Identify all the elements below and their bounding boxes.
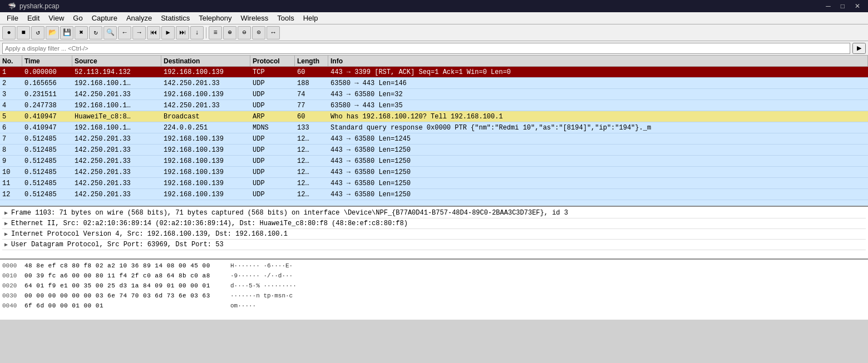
packet-rows: 10.00000052.113.194.132192.168.100.139TC…: [0, 67, 868, 200]
toolbar-btn-zoom-in[interactable]: ⊕: [223, 26, 236, 39]
menu-item-view[interactable]: View: [44, 13, 68, 23]
packet-cell-source: 142.250.201.33: [72, 135, 161, 143]
hex-row: 003000 00 00 00 00 00 03 6e 74 70 03 6d …: [2, 291, 866, 301]
hex-offset: 0000: [2, 262, 24, 269]
hex-ascii: H······· ·6····E·: [230, 262, 866, 269]
detail-row[interactable]: ▶ User Datagram Protocol, Src Port: 6396…: [2, 240, 866, 250]
menu-item-go[interactable]: Go: [68, 13, 87, 23]
packet-cell-protocol: ARP: [250, 113, 295, 121]
hex-offset: 0010: [2, 272, 24, 279]
packet-cell-time: 0.165656: [22, 79, 72, 87]
toolbar-btn-back[interactable]: ←: [118, 26, 131, 39]
packet-cell-length: 60: [295, 68, 328, 76]
packet-row[interactable]: 100.512485142.250.201.33192.168.100.139U…: [0, 167, 868, 178]
detail-row[interactable]: ▶ Ethernet II, Src: 02:a2:10:36:89:14 (0…: [2, 218, 866, 229]
column-header-no.[interactable]: No.: [0, 56, 22, 66]
packet-cell-length: 188: [295, 79, 328, 87]
packet-row[interactable]: 40.247738192.168.100.1…142.250.201.33UDP…: [0, 100, 868, 111]
packet-cell-destination: 192.168.100.139: [161, 168, 250, 176]
menu-item-edit[interactable]: Edit: [23, 13, 44, 23]
menu-item-wireless[interactable]: Wireless: [236, 13, 273, 23]
packet-row[interactable]: 20.165656192.168.100.1…142.250.201.33UDP…: [0, 78, 868, 89]
packet-cell-source: 192.168.100.1…: [72, 79, 161, 87]
packet-row[interactable]: 110.512485142.250.201.33192.168.100.139U…: [0, 178, 868, 189]
packet-row[interactable]: 50.410947HuaweiTe_c8:8…BroadcastARP60Who…: [0, 111, 868, 122]
column-header-protocol[interactable]: Protocol: [250, 56, 295, 66]
toolbar-btn-last[interactable]: ⏭: [176, 26, 189, 39]
toolbar-btn-coloring[interactable]: ≡: [209, 26, 222, 39]
packet-row[interactable]: 70.512485142.250.201.33192.168.100.139UD…: [0, 133, 868, 145]
packet-cell-time: 0.231511: [22, 91, 72, 98]
packet-row[interactable]: 90.512485142.250.201.33192.168.100.139UD…: [0, 156, 868, 167]
packet-cell-length: 12…: [295, 180, 328, 187]
title-bar: 🦈 pyshark.pcap ─ □ ✕: [0, 0, 868, 12]
packet-cell-destination: 192.168.100.139: [161, 157, 250, 165]
packet-cell-protocol: UDP: [250, 79, 295, 87]
maximize-btn[interactable]: □: [837, 2, 848, 10]
toolbar: ●■↺📂💾✖↻🔍←→⏮▶⏭↓≡⊕⊖⊙↔: [0, 24, 868, 41]
detail-row[interactable]: ▶ Frame 1103: 71 bytes on wire (568 bits…: [2, 208, 866, 218]
toolbar-btn-save-file[interactable]: 💾: [60, 26, 73, 39]
packet-cell-protocol: UDP: [250, 168, 295, 176]
toolbar-btn-restart-capture[interactable]: ↺: [31, 26, 45, 39]
column-header-time[interactable]: Time: [22, 56, 72, 66]
menu-item-help[interactable]: Help: [299, 13, 323, 23]
packet-cell-source: 142.250.201.33: [72, 157, 161, 165]
toolbar-btn-resize[interactable]: ↔: [267, 26, 280, 39]
toolbar-btn-zoom-out[interactable]: ⊖: [238, 26, 251, 39]
packet-cell-no: 9: [0, 157, 22, 165]
hex-ascii: om·····: [230, 302, 866, 309]
toolbar-btn-autoscroll[interactable]: ↓: [190, 26, 204, 39]
toolbar-btn-play[interactable]: ▶: [161, 26, 175, 39]
minimize-btn[interactable]: ─: [822, 2, 834, 10]
packet-row[interactable]: 60.410947192.168.100.1…224.0.0.251MDNS13…: [0, 122, 868, 133]
packet-cell-protocol: UDP: [250, 135, 295, 143]
packet-cell-info: 443 → 63580 Len=1250: [328, 146, 868, 154]
toolbar-btn-first[interactable]: ⏮: [147, 26, 160, 39]
menu-item-analyze[interactable]: Analyze: [122, 13, 156, 23]
menu-item-telephony[interactable]: Telephony: [194, 13, 236, 23]
packet-cell-source: HuaweiTe_c8:8…: [72, 113, 161, 121]
menu-item-statistics[interactable]: Statistics: [156, 13, 194, 23]
toolbar-btn-close-file[interactable]: ✖: [75, 26, 88, 39]
menu-item-tools[interactable]: Tools: [273, 13, 298, 23]
column-header-source[interactable]: Source: [72, 56, 161, 66]
menu-item-capture[interactable]: Capture: [87, 13, 122, 23]
toolbar-btn-zoom-fit[interactable]: ⊙: [252, 26, 265, 39]
packet-row[interactable]: 10.00000052.113.194.132192.168.100.139TC…: [0, 67, 868, 78]
packet-cell-no: 12: [0, 191, 22, 198]
detail-row[interactable]: ▶ Internet Protocol Version 4, Src: 192.…: [2, 229, 866, 240]
detail-text: Internet Protocol Version 4, Src: 192.16…: [11, 230, 288, 238]
packet-cell-info: 443 → 63580 Len=1250: [328, 168, 868, 176]
packet-row[interactable]: 80.512485142.250.201.33192.168.100.139UD…: [0, 145, 868, 156]
packet-cell-length: 12…: [295, 168, 328, 176]
packet-cell-no: 4: [0, 102, 22, 110]
packet-cell-info: 443 → 63580 Len=1250: [328, 180, 868, 187]
toolbar-btn-start-capture[interactable]: ●: [2, 26, 16, 39]
packet-cell-no: 10: [0, 168, 22, 176]
packet-cell-source: 142.250.201.33: [72, 180, 161, 187]
packet-cell-info: 443 → 3399 [RST, ACK] Seq=1 Ack=1 Win=0 …: [328, 68, 868, 76]
toolbar-btn-forward[interactable]: →: [132, 26, 146, 39]
filter-apply-btn[interactable]: ▶: [852, 43, 866, 54]
toolbar-btn-stop-capture[interactable]: ■: [17, 26, 30, 39]
packet-cell-length: 77: [295, 102, 328, 110]
column-header-length[interactable]: Length: [295, 56, 328, 66]
packet-row[interactable]: 120.512485142.250.201.33192.168.100.139U…: [0, 189, 868, 200]
toolbar-btn-find[interactable]: 🔍: [103, 26, 117, 39]
packet-cell-info: 63580 → 443 Len=146: [328, 79, 868, 87]
menu-item-file[interactable]: File: [2, 13, 23, 23]
close-btn[interactable]: ✕: [851, 2, 864, 10]
hex-row: 000048 8e ef c8 80 f8 02 a2 10 36 89 14 …: [2, 261, 866, 271]
hex-offset: 0020: [2, 282, 24, 289]
packet-cell-length: 12…: [295, 157, 328, 165]
packet-cell-length: 12…: [295, 191, 328, 198]
packet-cell-time: 0.247738: [22, 102, 72, 110]
filter-input[interactable]: [2, 43, 850, 54]
toolbar-btn-open-file[interactable]: 📂: [46, 26, 59, 39]
column-header-info[interactable]: Info: [328, 56, 868, 66]
column-header-destination[interactable]: Destination: [161, 56, 250, 66]
toolbar-btn-reload[interactable]: ↻: [89, 26, 102, 39]
packet-cell-no: 1: [0, 68, 22, 76]
packet-row[interactable]: 30.231511142.250.201.33192.168.100.139UD…: [0, 89, 868, 100]
